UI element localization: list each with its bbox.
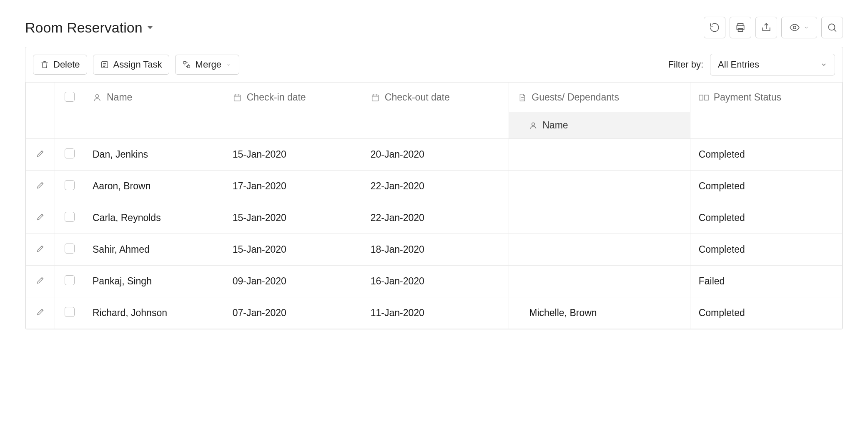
payment-value: Completed xyxy=(690,234,842,265)
svg-rect-8 xyxy=(372,95,378,101)
checkbox-cell xyxy=(55,139,84,171)
col-guests[interactable]: Guests/ Dependants xyxy=(509,83,690,113)
guest-value xyxy=(509,139,690,159)
guest-cell xyxy=(509,234,690,266)
assign-task-button[interactable]: Assign Task xyxy=(93,55,169,75)
merge-button[interactable]: Merge xyxy=(175,55,239,75)
name-value: Aaron, Brown xyxy=(84,171,224,202)
checkbox-cell xyxy=(55,297,84,329)
filter-select[interactable]: All Entries xyxy=(710,54,835,75)
col-guests-sub[interactable]: Name xyxy=(509,112,690,139)
guest-value xyxy=(509,234,690,254)
svg-rect-7 xyxy=(234,95,240,101)
col-guests-sub-label: Name xyxy=(542,120,568,131)
svg-point-11 xyxy=(532,123,535,126)
svg-rect-2 xyxy=(738,28,743,32)
chevron-down-icon xyxy=(226,61,232,68)
col-payment-label: Payment Status xyxy=(714,92,781,103)
svg-point-6 xyxy=(95,94,98,97)
checkin-value: 09-Jan-2020 xyxy=(224,266,362,297)
table-row[interactable]: Dan, Jenkins15-Jan-202020-Jan-2020Comple… xyxy=(26,139,843,171)
payment-cell: Completed xyxy=(690,171,842,202)
edit-row-button[interactable] xyxy=(36,212,45,221)
checkout-value: 22-Jan-2020 xyxy=(362,171,509,202)
filter-select-value: All Entries xyxy=(718,59,759,70)
checkbox-cell xyxy=(55,234,84,266)
checkin-value: 15-Jan-2020 xyxy=(224,139,362,170)
checkbox-cell xyxy=(55,171,84,202)
col-name[interactable]: Name xyxy=(84,83,224,139)
name-value: Dan, Jenkins xyxy=(84,139,224,170)
edit-cell xyxy=(26,297,55,329)
checkout-cell: 20-Jan-2020 xyxy=(362,139,509,171)
col-checkin[interactable]: Check-in date xyxy=(224,83,362,139)
print-button[interactable] xyxy=(730,17,751,38)
checkin-value: 15-Jan-2020 xyxy=(224,234,362,265)
delete-button[interactable]: Delete xyxy=(33,55,87,75)
row-checkbox[interactable] xyxy=(65,307,75,317)
row-checkbox[interactable] xyxy=(65,148,75,158)
name-cell: Sahir, Ahmed xyxy=(84,234,224,266)
checkout-cell: 22-Jan-2020 xyxy=(362,202,509,234)
table-row[interactable]: Richard, Johnson07-Jan-202011-Jan-2020Mi… xyxy=(26,297,843,329)
toolbar: Delete Assign Task Merge Filter by: All … xyxy=(25,47,843,82)
eye-icon xyxy=(789,22,800,33)
edit-cell xyxy=(26,202,55,234)
assign-task-button-label: Assign Task xyxy=(113,59,162,70)
table-row[interactable]: Sahir, Ahmed15-Jan-202018-Jan-2020Comple… xyxy=(26,234,843,266)
checkout-value: 11-Jan-2020 xyxy=(362,297,509,329)
row-checkbox[interactable] xyxy=(65,275,75,285)
trash-icon xyxy=(40,60,49,69)
guest-cell xyxy=(509,202,690,234)
payment-value: Completed xyxy=(690,139,842,170)
reload-button[interactable] xyxy=(704,17,725,38)
edit-row-button[interactable] xyxy=(36,244,45,253)
checkin-cell: 15-Jan-2020 xyxy=(224,202,362,234)
col-checkout[interactable]: Check-out date xyxy=(362,83,509,139)
edit-row-button[interactable] xyxy=(36,149,45,158)
task-list-icon xyxy=(100,60,109,69)
payment-cell: Completed xyxy=(690,234,842,266)
payment-value: Completed xyxy=(690,202,842,234)
pencil-icon xyxy=(36,307,45,316)
guest-cell xyxy=(509,266,690,297)
table-row[interactable]: Carla, Reynolds15-Jan-202022-Jan-2020Com… xyxy=(26,202,843,234)
guest-cell: Michelle, Brown xyxy=(509,297,690,329)
col-checkbox xyxy=(55,83,84,139)
payment-value: Failed xyxy=(690,266,842,297)
checkout-value: 20-Jan-2020 xyxy=(362,139,509,170)
svg-rect-10 xyxy=(705,95,708,100)
row-checkbox[interactable] xyxy=(65,212,75,222)
name-value: Carla, Reynolds xyxy=(84,202,224,234)
checkout-cell: 11-Jan-2020 xyxy=(362,297,509,329)
row-checkbox[interactable] xyxy=(65,180,75,190)
delete-button-label: Delete xyxy=(53,59,80,70)
name-value: Pankaj, Singh xyxy=(84,266,224,297)
search-button[interactable] xyxy=(821,17,843,38)
pencil-icon xyxy=(36,149,45,158)
edit-cell xyxy=(26,234,55,266)
share-button[interactable] xyxy=(755,17,777,38)
row-checkbox[interactable] xyxy=(65,244,75,254)
table-row[interactable]: Pankaj, Singh09-Jan-202016-Jan-2020Faile… xyxy=(26,266,843,297)
checkbox-cell xyxy=(55,202,84,234)
reload-icon xyxy=(709,22,720,33)
svg-rect-9 xyxy=(699,95,703,100)
pencil-icon xyxy=(36,276,45,285)
checkout-cell: 16-Jan-2020 xyxy=(362,266,509,297)
name-cell: Richard, Johnson xyxy=(84,297,224,329)
table-row[interactable]: Aaron, Brown17-Jan-202022-Jan-2020Comple… xyxy=(26,171,843,202)
edit-row-button[interactable] xyxy=(36,181,45,190)
search-icon xyxy=(827,22,838,33)
payment-cell: Completed xyxy=(690,297,842,329)
edit-row-button[interactable] xyxy=(36,307,45,316)
guest-value xyxy=(509,171,690,191)
col-payment[interactable]: Payment Status xyxy=(690,83,842,139)
col-checkout-label: Check-out date xyxy=(385,92,450,103)
edit-row-button[interactable] xyxy=(36,276,45,285)
chevron-down-icon xyxy=(820,61,827,68)
visibility-dropdown[interactable] xyxy=(781,17,817,38)
select-all-checkbox[interactable] xyxy=(65,92,75,102)
merge-button-label: Merge xyxy=(196,59,221,70)
page-title-dropdown[interactable]: Room Reservation xyxy=(25,20,153,36)
